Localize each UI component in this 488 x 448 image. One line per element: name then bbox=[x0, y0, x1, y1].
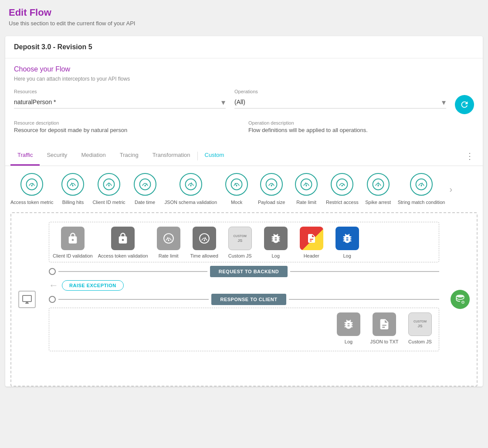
interceptor-access-token-metric[interactable]: Access token metric bbox=[10, 173, 53, 205]
form-row-descs: Resource description Resource for deposi… bbox=[14, 120, 474, 133]
svg-point-21 bbox=[301, 179, 312, 190]
page-subtitle: Use this section to edit the current flo… bbox=[9, 20, 479, 27]
operations-select[interactable]: (All) bbox=[234, 96, 446, 109]
interceptor-mock[interactable]: Mock bbox=[221, 173, 252, 205]
interceptor-label-restrict-access: Restrict access bbox=[326, 199, 359, 205]
custom-js-badge: CUSTOM bbox=[234, 234, 247, 238]
flow-node-time-allowed[interactable]: Time allowed bbox=[189, 227, 220, 259]
interceptor-date-time[interactable]: Date time bbox=[130, 173, 160, 205]
log-res-node-icon bbox=[337, 312, 360, 336]
gauge-svg-client-id bbox=[103, 178, 115, 190]
gauge-svg-datetime bbox=[139, 178, 151, 190]
request-backend-bar: REQUEST TO BACKEND bbox=[210, 266, 288, 277]
tab-transformation[interactable]: Transformation bbox=[146, 146, 197, 166]
interceptor-label-json-schema: JSON schema validation bbox=[165, 199, 217, 205]
interceptor-billing-hits[interactable]: Billing hits bbox=[58, 173, 88, 205]
resources-group: Resources naturalPerson * ▾ bbox=[14, 89, 226, 109]
operations-select-wrap: (All) ▾ bbox=[234, 96, 446, 109]
resource-desc-text: Resource for deposit made by natural per… bbox=[14, 127, 240, 133]
document2-icon bbox=[378, 318, 390, 330]
custom-js-node-icon: CUSTOM JS bbox=[228, 227, 252, 250]
interceptor-icon-mock bbox=[225, 173, 248, 196]
svg-point-3 bbox=[68, 179, 78, 190]
tab-custom[interactable]: Custom bbox=[198, 146, 231, 166]
request-section: Client ID validation Access token valida… bbox=[49, 222, 439, 262]
interceptor-icon-billing-hits bbox=[61, 173, 84, 196]
svg-point-15 bbox=[231, 179, 242, 190]
operation-desc-group: Operation description Flow definitions w… bbox=[248, 120, 474, 133]
log-req2-label: Log bbox=[343, 253, 351, 259]
gauge-svg-access-token bbox=[26, 178, 38, 190]
interceptor-restrict-access[interactable]: Restrict access bbox=[326, 173, 359, 205]
tabs-more-icon[interactable]: ⋮ bbox=[462, 147, 478, 165]
interceptor-label-date-time: Date time bbox=[135, 199, 155, 205]
interceptor-label-string-match: String match condition bbox=[398, 199, 445, 205]
tab-security[interactable]: Security bbox=[40, 146, 74, 166]
gauge-svg-restrict bbox=[336, 178, 348, 190]
flow-node-rate-limit[interactable]: Rate limit bbox=[153, 227, 184, 259]
flow-section-subtitle: Here you can attach interceptors to your… bbox=[14, 76, 474, 82]
request-line2 bbox=[290, 271, 439, 272]
refresh-icon bbox=[460, 100, 469, 109]
interceptor-icon-access-token-metric bbox=[20, 173, 43, 196]
client-id-node-icon bbox=[61, 227, 85, 250]
db-add-icon-container[interactable] bbox=[451, 290, 470, 309]
flow-node-custom-js[interactable]: CUSTOM JS Custom JS bbox=[225, 227, 255, 259]
interceptor-spike-arrest[interactable]: Spike arrest bbox=[363, 173, 393, 205]
tab-mediation[interactable]: Mediation bbox=[74, 146, 112, 166]
response-nodes-row: Log JSON to TXT CUSTOM JS bbox=[53, 312, 435, 345]
raise-left-arrow: ← bbox=[49, 280, 58, 291]
lock-icon bbox=[67, 232, 79, 244]
flow-node-custom-js-res[interactable]: CUSTOM JS Custom JS bbox=[405, 312, 435, 345]
flow-node-header[interactable]: Header bbox=[296, 227, 327, 259]
interceptor-json-schema[interactable]: JSON schema validation bbox=[165, 173, 217, 205]
custom-js-text: JS bbox=[237, 238, 242, 243]
interceptor-rate-limit[interactable]: Rate limit bbox=[291, 173, 322, 205]
svg-point-30 bbox=[416, 179, 427, 190]
flow-node-log-req[interactable]: Log bbox=[261, 227, 291, 259]
resources-select[interactable]: naturalPerson * bbox=[14, 96, 226, 109]
custom-js-label-node: Custom JS bbox=[228, 253, 252, 259]
gauge3-icon bbox=[198, 232, 210, 244]
flow-node-log-res[interactable]: Log bbox=[333, 312, 364, 345]
interceptor-client-id-metric[interactable]: Client ID metric bbox=[92, 173, 125, 205]
main-card: Deposit 3.0 - Revision 5 Choose your Flo… bbox=[5, 36, 483, 387]
interceptor-label-rate-limit: Rate limit bbox=[296, 199, 316, 205]
gauge2-icon bbox=[163, 232, 175, 244]
interceptor-payload-size[interactable]: Payload size bbox=[256, 173, 287, 205]
svg-point-0 bbox=[27, 179, 37, 190]
flow-node-client-id[interactable]: Client ID validation bbox=[53, 227, 93, 259]
gauge-svg-mock bbox=[230, 178, 243, 190]
interceptor-label-spike-arrest: Spike arrest bbox=[365, 199, 391, 205]
log-req2-node-icon bbox=[336, 227, 359, 250]
gauge-svg-json bbox=[185, 178, 197, 190]
svg-point-18 bbox=[266, 179, 277, 190]
log-req-label: Log bbox=[271, 253, 279, 259]
response-client-row: RESPONSE TO CLIENT bbox=[49, 294, 439, 305]
tab-tracing[interactable]: Tracing bbox=[113, 146, 146, 166]
resource-desc-label: Resource description bbox=[14, 120, 240, 126]
page-title: Edit Flow bbox=[9, 7, 479, 18]
gauge-svg-spike bbox=[372, 178, 384, 190]
flow-canvas: Client ID validation Access token valida… bbox=[10, 212, 478, 387]
flow-node-log-req2[interactable]: Log bbox=[332, 227, 363, 259]
operations-group: Operations (All) ▾ bbox=[234, 89, 446, 109]
interceptor-label-mock: Mock bbox=[231, 199, 242, 205]
interceptor-icon-json-schema bbox=[180, 173, 202, 196]
card-title: Deposit 3.0 - Revision 5 bbox=[14, 43, 474, 51]
interceptor-icon-restrict-access bbox=[331, 173, 353, 196]
log-res-label: Log bbox=[345, 339, 352, 345]
tab-traffic[interactable]: Traffic bbox=[10, 146, 40, 166]
interceptor-label-billing-hits: Billing hits bbox=[62, 199, 84, 205]
flow-node-json-to-txt[interactable]: JSON to TXT bbox=[369, 312, 400, 345]
request-nodes-row: Client ID validation Access token valida… bbox=[53, 227, 435, 259]
request-dot bbox=[49, 268, 56, 275]
response-line bbox=[58, 299, 209, 300]
flow-node-access-token[interactable]: Access token validation bbox=[98, 227, 148, 259]
refresh-button[interactable] bbox=[455, 95, 474, 114]
gauge-svg-string bbox=[415, 178, 427, 190]
scroll-right-icon[interactable]: › bbox=[449, 184, 452, 194]
interceptor-string-match[interactable]: String match condition bbox=[398, 173, 445, 205]
resource-desc-group: Resource description Resource for deposi… bbox=[14, 120, 240, 133]
resources-label: Resources bbox=[14, 89, 226, 94]
